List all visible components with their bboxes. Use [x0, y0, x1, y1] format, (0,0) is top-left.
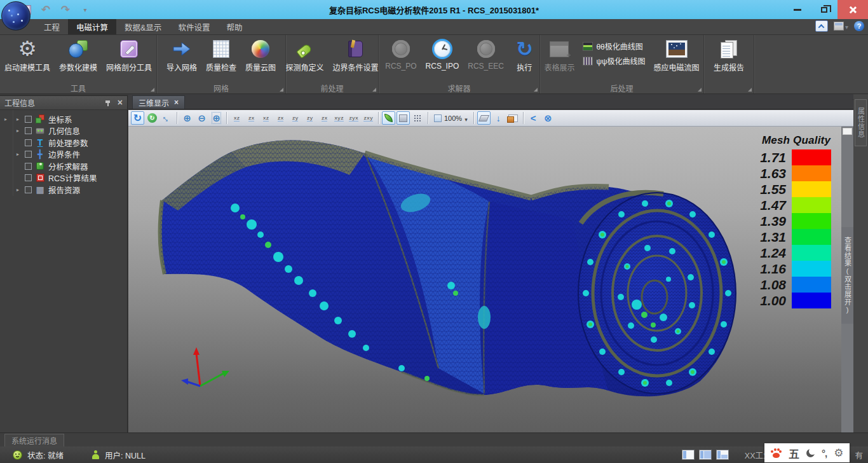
rcs-po-button[interactable]: RCS_PO [381, 38, 421, 71]
properties-tab[interactable]: 属性信息 [855, 99, 867, 146]
boundary-condition-button[interactable]: 边界条件设置 [329, 38, 383, 73]
restore-button[interactable] [811, 0, 837, 19]
tree-item-report-resources[interactable]: 报告资源 [0, 184, 127, 196]
import-mesh-button[interactable]: 导入网格 [162, 38, 201, 73]
view-preset-button-8[interactable]: xyz [332, 111, 346, 125]
view-results-tab[interactable]: 查看结果(双击展开) [841, 227, 853, 324]
tree-item-geometry-info[interactable]: 几何信息 [0, 125, 127, 137]
scrollbar-thumb[interactable] [843, 128, 852, 135]
tab-close-icon[interactable] [174, 98, 179, 107]
probe-angle-button[interactable]: 探测角定义 [281, 38, 328, 73]
view-preset-button-1[interactable]: xz [230, 111, 243, 125]
refresh-view-button[interactable] [146, 111, 159, 125]
point-grid-button[interactable] [411, 111, 424, 125]
checkbox[interactable] [25, 163, 32, 170]
checkbox[interactable] [25, 116, 32, 123]
share-view-button[interactable] [527, 111, 540, 125]
ime-punctuation-mode[interactable]: °, [822, 448, 827, 459]
undo-button[interactable] [39, 3, 53, 16]
help-button[interactable]: ? [854, 21, 864, 31]
ime-wubi-mode[interactable]: 五 [789, 445, 799, 461]
redo-button[interactable] [58, 3, 72, 16]
tree-item-analysis-solver[interactable]: 分析求解器 [0, 160, 127, 172]
tree-item-preprocess-params[interactable]: 前处理参数 [0, 137, 127, 149]
app-logo[interactable] [1, 1, 31, 31]
ribbon-group-solver: RCS_PO RCS_IPO RCS_EEC 执行 求解器 [379, 35, 540, 93]
project-panel-header: 工程信息 [0, 96, 127, 110]
collapse-ribbon-button[interactable] [815, 20, 828, 32]
zoom-fit-button[interactable] [210, 111, 223, 125]
clip-plane-button[interactable] [477, 111, 491, 125]
tree-item-boundary-conditions[interactable]: 边界条件 [0, 149, 127, 161]
mesh-partition-tool-button[interactable]: 网格剖分工具 [102, 38, 156, 73]
gear-icon [18, 39, 37, 59]
tab-software-settings[interactable]: 软件设置 [170, 19, 218, 34]
tab-project[interactable]: 工程 [36, 19, 68, 34]
cancel-button[interactable] [541, 111, 555, 125]
tab-help[interactable]: 帮助 [218, 19, 250, 34]
layers-button[interactable] [506, 111, 520, 125]
psi-polarization-curve-button[interactable]: ψψ极化曲线图 [583, 55, 645, 66]
viewport-right-strip[interactable]: 查看结果(双击展开) [841, 127, 853, 432]
quick-access-dropdown-icon[interactable] [78, 3, 92, 16]
zoom-out-button[interactable] [195, 111, 208, 125]
checkbox[interactable] [25, 127, 32, 134]
zoom-in-button[interactable] [180, 111, 194, 125]
legend-row: 1.00 [755, 293, 837, 308]
tab-data-display[interactable]: 数据&显示 [116, 19, 170, 34]
view-preset-button-10[interactable]: zxy [362, 111, 375, 125]
zoom-level-control[interactable]: 100% [431, 113, 470, 124]
layout-bottom-pane-button[interactable] [716, 450, 729, 460]
table-display-button[interactable]: 表格展示 [539, 38, 579, 73]
expander-icon[interactable] [17, 116, 25, 122]
launch-modeling-tool-button[interactable]: 启动建模工具 [0, 38, 55, 73]
checkbox[interactable] [25, 186, 32, 193]
pin-icon[interactable] [105, 99, 111, 107]
tree-item-rcs-results[interactable]: RCS计算结果 [0, 172, 127, 184]
layout-left-pane-button[interactable] [682, 450, 695, 460]
shaded-view-button[interactable] [382, 111, 395, 125]
orbit-rotate-button[interactable] [131, 111, 144, 125]
generate-report-button[interactable]: 生成报告 [709, 38, 749, 73]
checkbox[interactable] [25, 151, 32, 158]
view-preset-button-7[interactable]: zx [318, 111, 331, 125]
expander-icon[interactable] [17, 151, 25, 157]
zoom-in-icon [183, 113, 191, 124]
ime-logo-paw-icon[interactable] [771, 448, 782, 458]
tab-em-compute[interactable]: 电磁计算 [68, 19, 116, 34]
panel-close-button[interactable] [118, 99, 123, 107]
view-preset-button-5[interactable]: zy [288, 111, 302, 125]
expander-icon[interactable] [17, 128, 25, 134]
moon-icon[interactable] [806, 449, 815, 457]
induced-current-map-button[interactable]: 感应电磁流图 [649, 38, 704, 73]
view-preset-button-6[interactable]: zy [303, 111, 316, 125]
expander-icon[interactable] [17, 187, 25, 193]
rcs-ipo-button[interactable]: RCS_IPO [421, 38, 464, 71]
legend-row: 1.16 [755, 261, 837, 277]
quality-contour-button[interactable]: 质量云图 [241, 38, 280, 73]
view-preset-button-4[interactable]: zx [274, 111, 287, 125]
theta-polarization-curve-button[interactable]: θθ极化曲线图 [583, 41, 645, 52]
tab-3d-display[interactable]: 三维显示 [132, 95, 185, 109]
viewport-canvas[interactable]: Mesh Quality 1.71 1.63 1.55 1.47 1.39 1.… [128, 127, 841, 432]
surface-view-button[interactable] [397, 111, 410, 125]
layout-split-pane-button[interactable] [699, 450, 712, 460]
checkbox[interactable] [25, 139, 32, 146]
system-message-tab[interactable]: 系统运行消息 [4, 434, 64, 447]
minimize-button[interactable] [784, 0, 811, 19]
execute-button[interactable]: 执行 [512, 38, 538, 73]
coordinate-blocks-icon [35, 114, 45, 123]
parametric-modeling-button[interactable]: 参数化建模 [55, 38, 102, 73]
pan-button[interactable] [160, 111, 173, 125]
window-layout-button[interactable] [834, 20, 848, 32]
quality-check-button[interactable]: 质量检查 [201, 38, 241, 73]
view-preset-button-9[interactable]: zyx [347, 111, 360, 125]
checkbox[interactable] [25, 174, 32, 181]
tree-item-coordinate-system[interactable]: 坐标系 [0, 113, 127, 125]
import-result-button[interactable] [492, 111, 505, 125]
ime-settings-gear-icon[interactable] [834, 446, 843, 460]
view-preset-button-2[interactable]: zx [245, 111, 258, 125]
rcs-eec-button[interactable]: RCS_EEC [463, 38, 508, 71]
close-button[interactable] [837, 0, 868, 19]
view-preset-button-3[interactable]: xz [259, 111, 273, 125]
